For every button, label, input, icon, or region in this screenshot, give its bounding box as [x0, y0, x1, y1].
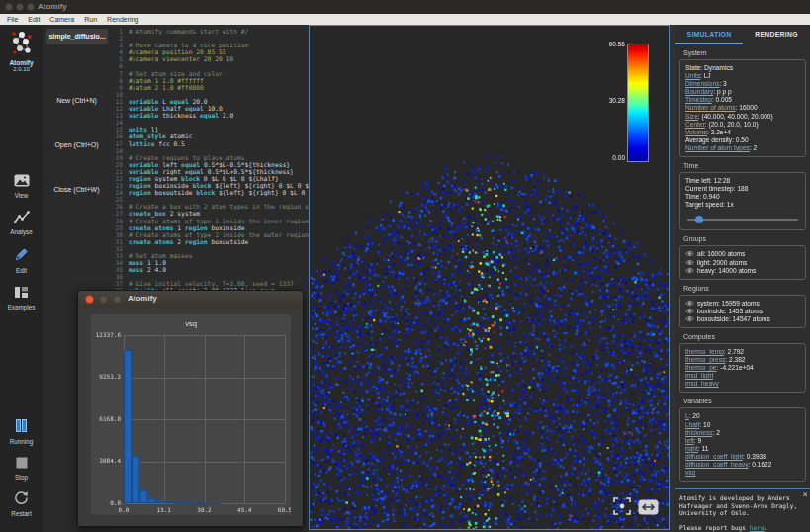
window-minimize-button[interactable] [16, 3, 24, 11]
panel-link[interactable]: diffusion_coeff_heavy [685, 461, 749, 468]
info-row: Lhalf: 10 [685, 421, 800, 429]
code-line: 14 [111, 119, 309, 126]
window-maximize-button[interactable] [27, 3, 35, 11]
menu-item-run[interactable]: Run [79, 16, 102, 23]
plot-maximize-button[interactable] [113, 295, 122, 304]
open-file-button[interactable]: Open (Ctrl+O) [43, 138, 111, 152]
eye-icon[interactable] [685, 308, 694, 314]
slider-handle[interactable] [695, 216, 703, 223]
panel-link[interactable]: Lhalf [685, 421, 699, 428]
row-value: : 2.382 [725, 356, 745, 363]
eye-icon[interactable] [685, 259, 694, 266]
info-row: Time left: 12:28 [685, 177, 800, 185]
eye-icon[interactable] [685, 250, 694, 257]
info-row: thermo_pe: -4.221e+04 [685, 364, 800, 372]
row-label: boxoutside [697, 315, 729, 322]
panel-link[interactable]: right [685, 445, 698, 452]
panel-link[interactable]: Number of atoms [685, 104, 736, 111]
panel-link[interactable]: Timestep [685, 96, 712, 103]
eye-icon[interactable] [685, 300, 694, 307]
panel-link[interactable]: thermo_temp [685, 348, 724, 355]
panel-link[interactable]: vsq [685, 469, 695, 476]
info-row: thickness: 2 [685, 429, 800, 437]
viewport-3d[interactable]: 60.56 30.28 0.00 [309, 25, 670, 530]
code-line: 30# Create atoms of type 2 inside the ou… [111, 231, 309, 238]
row-value: : 15959 atoms [718, 300, 760, 307]
info-row: msd_light [685, 372, 800, 380]
menu-item-rendering[interactable]: Rendering [102, 16, 143, 23]
sidebar-item-analyse[interactable]: Analyse [0, 210, 43, 235]
plot-close-button[interactable] [85, 295, 94, 304]
panel-link[interactable]: msd_heavy [685, 380, 719, 387]
code-line: 31create_atoms 2 region boxoutside [111, 238, 309, 245]
sidebar-item-examples[interactable]: Examples [0, 285, 43, 310]
sidebar: Atomify 2.0.10 View An [0, 25, 43, 532]
code-line: 22region system block 0 $L 0 $L 0 ${Lhal… [111, 175, 309, 182]
row-value: : 16000 [736, 104, 758, 111]
sidebar-item-view[interactable]: View [0, 173, 43, 199]
new-file-button[interactable]: New (Ctrl+N) [43, 94, 111, 108]
panel-link[interactable]: Units [685, 72, 700, 79]
sidebar-item-edit[interactable]: Edit [0, 246, 43, 274]
code-line: 9#/atom 2 1.0 #ff0000 [111, 84, 309, 91]
row-value: : 0.1622 [749, 461, 772, 468]
tab-rendering[interactable]: RENDERING [743, 25, 810, 44]
section-box-regions: system: 15959 atomsboxinside: 1453 atoms… [679, 295, 806, 328]
close-file-button[interactable]: Close (Ctrl+W) [43, 183, 111, 197]
panel-link[interactable]: Size [685, 113, 698, 120]
code-line: 18 [111, 147, 309, 154]
row-label: Average density [685, 136, 732, 143]
row-label: system [697, 300, 718, 307]
panel-link[interactable]: thermo_press [685, 356, 725, 363]
plot-minimize-button[interactable] [99, 295, 108, 304]
row-label: Time [685, 193, 699, 200]
section-box-variables: L: 20Lhalf: 10thickness: 2left: 9right: … [679, 407, 806, 482]
code-line: 1# Atomify commands start with #/ [111, 28, 309, 35]
speed-slider[interactable] [687, 216, 798, 224]
row-value: : 14547 atoms [729, 315, 770, 322]
restart-button[interactable]: Restart [0, 490, 43, 517]
info-row: State: Dynamics [685, 64, 800, 72]
stop-button[interactable]: Stop [0, 455, 43, 481]
row-value: : LJ [700, 72, 711, 79]
panel-link[interactable]: thickness [685, 429, 713, 436]
panel-link[interactable]: Dimensions [685, 80, 719, 87]
file-buttons: New (Ctrl+N)Open (Ctrl+O)Close (Ctrl+W) [43, 94, 111, 197]
panel-link[interactable]: thermo_pe [685, 364, 717, 371]
menu-item-edit[interactable]: Edit [23, 16, 45, 23]
panel-link[interactable]: diffusion_coeff_light [685, 453, 743, 460]
panel-link[interactable]: msd_light [685, 372, 713, 379]
run-status-button[interactable]: Running [0, 418, 43, 445]
tab-simulation[interactable]: SIMULATION [675, 25, 743, 44]
bug-report-link[interactable]: here [750, 524, 765, 531]
eye-icon[interactable] [685, 315, 694, 322]
info-row: Number of atom types: 2 [685, 144, 800, 152]
plot-window-titlebar[interactable]: Atomify [78, 291, 303, 308]
window-close-button[interactable] [5, 3, 13, 11]
panel-link[interactable]: Number of atom types [685, 144, 750, 151]
file-tab[interactable]: simple_diffusio... [46, 29, 108, 44]
info-row: Average density: 0.50 [685, 136, 800, 144]
pencil-icon [14, 246, 30, 262]
panel-link[interactable]: left [685, 437, 694, 444]
code-line: 10 [111, 91, 309, 98]
colorbar-min: 0.00 [591, 154, 625, 161]
row-value: : 0.940 [699, 193, 719, 200]
close-notice-icon[interactable]: × [803, 490, 808, 499]
row-label: Time left [685, 177, 710, 184]
code-line: 13variable thickness equal 2.0 [111, 112, 309, 119]
row-label: Target speed [685, 201, 723, 208]
panel-link[interactable]: Boundary [685, 88, 713, 95]
menu-item-file[interactable]: File [2, 16, 23, 23]
panel-link[interactable]: Center [685, 121, 705, 128]
eye-icon[interactable] [685, 267, 694, 274]
panel-link[interactable]: Volume [685, 129, 707, 135]
menu-item-camera[interactable]: Camera [45, 16, 79, 23]
row-value: : 2000 atoms [709, 259, 747, 266]
focus-camera-icon[interactable] [613, 497, 631, 515]
resize-view-icon[interactable] [638, 499, 659, 515]
colorbar [627, 44, 649, 162]
about-text: Atomify is developed by Anders Hafreager… [679, 494, 806, 517]
plot-window[interactable]: Atomify vsq [77, 290, 304, 527]
row-value: : Dynamics [700, 64, 733, 71]
